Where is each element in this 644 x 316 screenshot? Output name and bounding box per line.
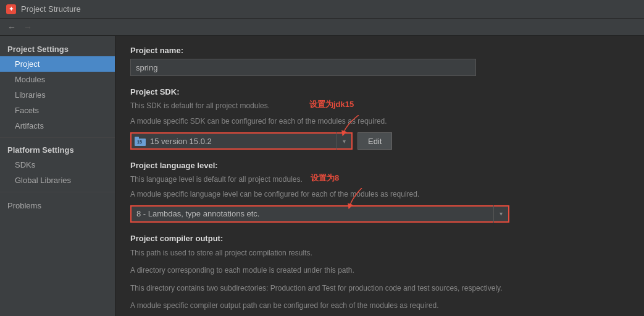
sdk-select[interactable]: 15 15 version 15.0.2 ▾ bbox=[130, 132, 353, 150]
sidebar-item-sdks[interactable]: SDKs bbox=[0, 157, 115, 173]
sdk-desc-1: This SDK is default for all project modu… bbox=[130, 101, 270, 110]
lang-select-row: 8 - Lambdas, type annotations etc. ▾ bbox=[130, 205, 629, 223]
lang-dropdown-arrow[interactable]: ▾ bbox=[493, 205, 508, 223]
sidebar-item-artifacts[interactable]: Artifacts bbox=[0, 118, 115, 134]
main-layout: Project Settings Project Modules Librari… bbox=[0, 36, 644, 316]
sidebar-item-libraries[interactable]: Libraries bbox=[0, 87, 115, 103]
project-name-input[interactable] bbox=[130, 59, 476, 76]
title-bar-text: Project Structure bbox=[21, 4, 81, 14]
compiler-output-label: Project compiler output: bbox=[130, 234, 629, 243]
sidebar-divider-2 bbox=[0, 192, 115, 192]
lang-select[interactable]: 8 - Lambdas, type annotations etc. ▾ bbox=[130, 205, 509, 223]
sidebar-divider bbox=[0, 137, 115, 138]
project-settings-header: Project Settings bbox=[0, 41, 115, 56]
back-button[interactable]: ← bbox=[5, 20, 19, 34]
compiler-desc-1: This path is used to store all project c… bbox=[130, 247, 629, 259]
sidebar-item-global-libraries[interactable]: Global Libraries bbox=[0, 173, 115, 188]
sdk-row: 15 15 version 15.0.2 ▾ Edit bbox=[130, 132, 629, 150]
project-sdk-group: Project SDK: This SDK is default for all… bbox=[130, 87, 629, 150]
compiler-desc-4: A module specific compiler output path c… bbox=[130, 299, 629, 312]
title-bar: ✦ Project Structure bbox=[0, 0, 644, 19]
project-sdk-label: Project SDK: bbox=[130, 87, 629, 96]
sdk-desc-2: A module specific SDK can be configured … bbox=[130, 116, 629, 127]
sdk-dropdown-arrow[interactable]: ▾ bbox=[337, 132, 351, 150]
compiler-output-section: Project compiler output: This path is us… bbox=[130, 234, 629, 316]
nav-bar: ← → bbox=[0, 19, 644, 36]
compiler-desc-3: This directory contains two subdirectori… bbox=[130, 282, 629, 294]
sidebar-item-problems[interactable]: Problems bbox=[0, 196, 115, 215]
sidebar-item-facets[interactable]: Facets bbox=[0, 103, 115, 118]
lang-annotation-text: 设置为8 bbox=[311, 173, 339, 184]
content-area: Project name: Project SDK: This SDK is d… bbox=[115, 36, 644, 316]
svg-rect-1 bbox=[135, 137, 139, 139]
project-name-group: Project name: bbox=[130, 46, 629, 76]
sidebar-item-project[interactable]: Project bbox=[0, 56, 115, 72]
sdk-folder-icon: 15 bbox=[134, 135, 146, 147]
app-icon: ✦ bbox=[6, 4, 16, 14]
sdk-annotation-text: 设置为jdk15 bbox=[309, 99, 354, 110]
svg-text:15: 15 bbox=[137, 140, 142, 144]
project-name-label: Project name: bbox=[130, 46, 629, 55]
lang-desc-2: A module specific language level can be … bbox=[130, 189, 629, 200]
project-lang-group: Project language level: This language le… bbox=[130, 161, 629, 222]
compiler-desc-2: A directory corresponding to each module… bbox=[130, 264, 629, 276]
platform-settings-header: Platform Settings bbox=[0, 142, 115, 157]
lang-select-value: 8 - Lambdas, type annotations etc. bbox=[132, 209, 493, 218]
sdk-select-value: 15 version 15.0.2 bbox=[146, 137, 337, 146]
forward-button[interactable]: → bbox=[21, 20, 35, 34]
edit-sdk-button[interactable]: Edit bbox=[358, 132, 392, 150]
project-lang-label: Project language level: bbox=[130, 161, 629, 170]
sidebar: Project Settings Project Modules Librari… bbox=[0, 36, 115, 316]
sidebar-item-modules[interactable]: Modules bbox=[0, 72, 115, 87]
lang-desc-1: This language level is default for all p… bbox=[130, 175, 303, 184]
